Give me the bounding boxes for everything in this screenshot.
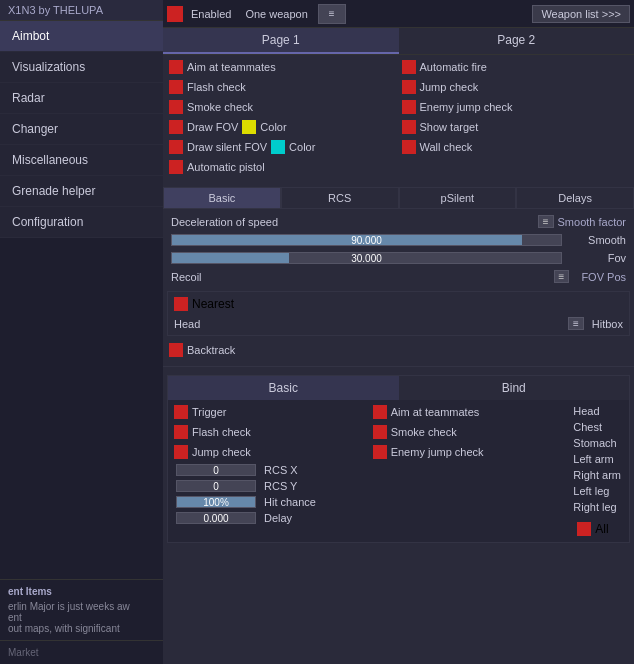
lower-flash-checkbox[interactable] <box>174 425 188 439</box>
lower-tab-basic[interactable]: Basic <box>168 376 399 400</box>
sidebar-item-miscellaneous[interactable]: Miscellaneous <box>0 145 163 176</box>
checkbox-auto-pistol: Automatic pistol <box>167 157 398 177</box>
lower-enemy-jump-checkbox[interactable] <box>373 445 387 459</box>
deceleration-row: Deceleration of speed ≡ Smooth factor <box>167 213 630 230</box>
sidebar-item-grenade-helper[interactable]: Grenade helper <box>0 176 163 207</box>
checkbox-jump-check: Jump check <box>400 77 631 97</box>
checkbox-grid: Aim at teammates Flash check Smoke check… <box>163 55 634 179</box>
backtrack-row: Backtrack <box>167 340 630 360</box>
pages-header: Page 1 Page 2 <box>163 28 634 55</box>
color-fov-yellow[interactable] <box>242 120 256 134</box>
hitbox-icon: ≡ <box>568 317 584 330</box>
topbar: Enabled One weapon ≡ Weapon list >>> <box>163 0 634 28</box>
subtab-basic[interactable]: Basic <box>163 187 281 209</box>
rcs-y-slider[interactable]: 0 <box>176 480 256 492</box>
trigger-row: Trigger <box>172 402 363 422</box>
main-panel: Enabled One weapon ≡ Weapon list >>> Pag… <box>163 0 634 664</box>
color-fov-cyan[interactable] <box>271 140 285 154</box>
backtrack-checkbox[interactable] <box>169 343 183 357</box>
smooth-slider[interactable]: 90.000 <box>171 234 562 246</box>
menu-button[interactable]: ≡ <box>318 4 346 24</box>
checkbox-draw-silent-fov-box[interactable] <box>169 140 183 154</box>
subtab-psilent[interactable]: pSilent <box>399 187 517 209</box>
checkbox-draw-fov-box[interactable] <box>169 120 183 134</box>
subtab-delays[interactable]: Delays <box>516 187 634 209</box>
smooth-factor-icon: ≡ <box>538 215 554 228</box>
sidebar-item-radar[interactable]: Radar <box>0 83 163 114</box>
trigger-checkbox[interactable] <box>174 405 188 419</box>
smooth-slider-fill <box>172 235 522 245</box>
lower-enemy-jump-row: Enemy jump check <box>371 442 562 462</box>
lower-jump-checkbox[interactable] <box>174 445 188 459</box>
checkbox-flash-check-box[interactable] <box>169 80 183 94</box>
recoil-icon: ≡ <box>554 270 570 283</box>
enabled-label: Enabled <box>187 8 235 20</box>
hit-chance-row: 100% Hit chance <box>172 494 363 510</box>
delay-slider[interactable]: 0.000 <box>176 512 256 524</box>
lower-aim-teammates-checkbox[interactable] <box>373 405 387 419</box>
lower-bind-col: Head Chest Stomach Left arm Right arm Le… <box>565 400 629 542</box>
all-row: All <box>573 520 621 538</box>
lower-smoke-check-row: Smoke check <box>371 422 562 442</box>
lower-aim-teammates-row: Aim at teammates <box>371 402 562 422</box>
checkbox-flash-check: Flash check <box>167 77 398 97</box>
col2-checkboxes: Automatic fire Jump check Enemy jump che… <box>400 57 631 177</box>
recoil-fovpos-row: Recoil ≡ FOV Pos <box>167 268 630 285</box>
col1-checkboxes: Aim at teammates Flash check Smoke check… <box>167 57 398 177</box>
lower-section: Basic Bind Trigger Flash check Jump ch <box>167 375 630 543</box>
checkbox-aim-teammates-box[interactable] <box>169 60 183 74</box>
checkbox-enemy-jump-check-box[interactable] <box>402 100 416 114</box>
sidebar-item-aimbot[interactable]: Aimbot <box>0 21 163 52</box>
lower-col2: Aim at teammates Smoke check Enemy jump … <box>367 400 566 542</box>
checkbox-jump-check-box[interactable] <box>402 80 416 94</box>
backtrack-section: Backtrack <box>163 338 634 362</box>
checkbox-show-target: Show target <box>400 117 631 137</box>
basic-settings: Deceleration of speed ≡ Smooth factor 90… <box>163 211 634 289</box>
tab-page1[interactable]: Page 1 <box>163 28 399 54</box>
sidebar-title: X1N3 by THELUPA <box>0 0 163 21</box>
checkbox-show-target-box[interactable] <box>402 120 416 134</box>
fov-slider[interactable]: 30.000 <box>171 252 562 264</box>
lower-col1: Trigger Flash check Jump check 0 RCS X <box>168 400 367 542</box>
sidebar-item-configuration[interactable]: Configuration <box>0 207 163 238</box>
weapon-list-button[interactable]: Weapon list >>> <box>532 5 630 23</box>
checkbox-auto-fire-box[interactable] <box>402 60 416 74</box>
checkbox-draw-fov: Draw FOV Color <box>167 117 398 137</box>
lower-tab-bind[interactable]: Bind <box>399 376 630 400</box>
checkbox-auto-pistol-box[interactable] <box>169 160 183 174</box>
smooth-slider-row: 90.000 Smooth <box>167 232 630 248</box>
rcs-x-slider[interactable]: 0 <box>176 464 256 476</box>
enabled-indicator[interactable] <box>167 6 183 22</box>
fov-slider-row: 30.000 Fov <box>167 250 630 266</box>
sub-tabs: Basic RCS pSilent Delays <box>163 187 634 209</box>
lower-flash-check-row: Flash check <box>172 422 363 442</box>
sidebar-item-visualizations[interactable]: Visualizations <box>0 52 163 83</box>
rcs-y-row: 0 RCS Y <box>172 478 363 494</box>
divider <box>163 366 634 367</box>
nearest-row: Nearest <box>170 294 627 314</box>
sidebar-item-changer[interactable]: Changer <box>0 114 163 145</box>
checkbox-wall-check-box[interactable] <box>402 140 416 154</box>
checkbox-wall-check: Wall check <box>400 137 631 157</box>
fov-slider-fill <box>172 253 289 263</box>
checkbox-enemy-jump-check: Enemy jump check <box>400 97 631 117</box>
checkbox-smoke-check-box[interactable] <box>169 100 183 114</box>
all-checkbox[interactable] <box>577 522 591 536</box>
checkbox-smoke-check: Smoke check <box>167 97 398 117</box>
rcs-x-row: 0 RCS X <box>172 462 363 478</box>
nearest-checkbox[interactable] <box>174 297 188 311</box>
weapon-label: One weapon <box>239 8 313 20</box>
checkbox-aim-teammates: Aim at teammates <box>167 57 398 77</box>
lower-content: Trigger Flash check Jump check 0 RCS X <box>168 400 629 542</box>
sidebar-footer: Market <box>0 640 163 664</box>
lower-smoke-checkbox[interactable] <box>373 425 387 439</box>
checkbox-auto-fire: Automatic fire <box>400 57 631 77</box>
lower-header: Basic Bind <box>168 376 629 400</box>
sidebar: X1N3 by THELUPA Aimbot Visualizations Ra… <box>0 0 163 664</box>
tab-page2[interactable]: Page 2 <box>399 28 635 54</box>
hitbox-row: Head ≡ Hitbox <box>170 314 627 333</box>
lower-jump-check-row: Jump check <box>172 442 363 462</box>
subtab-rcs[interactable]: RCS <box>281 187 399 209</box>
hit-chance-slider[interactable]: 100% <box>176 496 256 508</box>
sidebar-news: ent Items erlin Major is just weeks aw e… <box>0 579 163 640</box>
